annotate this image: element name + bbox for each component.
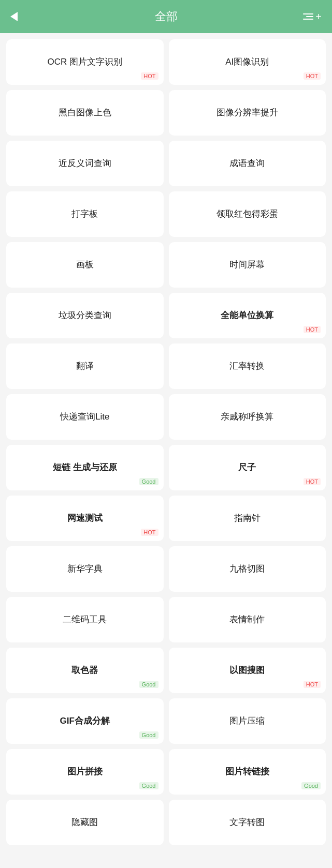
grid-item-label: 指南针	[234, 512, 261, 525]
grid-item-label: 图片转链接	[225, 766, 269, 778]
grid-item[interactable]: 取色器Good	[6, 648, 164, 693]
badge-hot: HOT	[304, 478, 321, 485]
grid-item[interactable]: 翻译	[6, 343, 164, 389]
grid-item-label: 短链 生成与还原	[53, 461, 117, 474]
grid-item-label: 成语查询	[229, 157, 265, 170]
grid-item-label: 亲戚称呼换算	[221, 411, 273, 423]
menu-icon	[303, 13, 313, 20]
badge-good: Good	[139, 478, 158, 485]
grid-item[interactable]: 领取红包得彩蛋	[169, 191, 326, 237]
grid-item-label: 翻译	[76, 360, 94, 372]
grid-item[interactable]: 以图搜图HOT	[169, 648, 326, 693]
grid-item[interactable]: 时间屏幕	[169, 242, 326, 288]
grid-item[interactable]: 亲戚称呼换算	[169, 394, 326, 440]
back-button[interactable]	[10, 12, 18, 21]
grid-item[interactable]: OCR 图片文字识别HOT	[6, 39, 164, 85]
grid-item-label: 取色器	[71, 664, 98, 677]
grid-item[interactable]: 全能单位换算HOT	[169, 293, 326, 338]
grid-item[interactable]: 短链 生成与还原Good	[6, 445, 164, 490]
badge-good: Good	[139, 782, 158, 789]
grid-item-label: 领取红包得彩蛋	[216, 208, 278, 220]
badge-good: Good	[139, 731, 158, 739]
grid-item-label: 图像分辨率提升	[216, 107, 278, 119]
grid-item-label: 九格切图	[229, 563, 265, 575]
menu-button[interactable]: +	[303, 11, 322, 23]
grid-item[interactable]: 图片压缩	[169, 698, 326, 744]
grid-item[interactable]: 垃圾分类查询	[6, 293, 164, 338]
grid-item[interactable]: 文字转图	[169, 800, 326, 845]
grid-item[interactable]: AI图像识别HOT	[169, 39, 326, 85]
grid-item-label: 以图搜图	[229, 664, 265, 677]
badge-hot: HOT	[304, 326, 321, 333]
items-grid: OCR 图片文字识别HOTAI图像识别HOT黑白图像上色图像分辨率提升近反义词查…	[0, 33, 332, 851]
badge-hot: HOT	[304, 681, 321, 688]
badge-hot: HOT	[304, 72, 321, 80]
grid-item-label: 时间屏幕	[229, 259, 265, 271]
grid-item-label: 快递查询Lite	[60, 411, 109, 423]
grid-item-label: 图片压缩	[229, 715, 265, 727]
grid-item-label: GIF合成分解	[60, 715, 110, 727]
grid-item-label: 全能单位换算	[221, 309, 273, 322]
header: 全部 +	[0, 0, 332, 33]
grid-item[interactable]: 黑白图像上色	[6, 90, 164, 136]
grid-item[interactable]: 表情制作	[169, 597, 326, 642]
grid-item[interactable]: GIF合成分解Good	[6, 698, 164, 744]
badge-hot: HOT	[141, 529, 158, 536]
grid-item[interactable]: 近反义词查询	[6, 141, 164, 186]
grid-item[interactable]: 画板	[6, 242, 164, 288]
grid-item-label: 二维码工具	[63, 613, 107, 626]
grid-item[interactable]: 图片转链接Good	[169, 749, 326, 795]
grid-item[interactable]: 九格切图	[169, 546, 326, 592]
grid-item[interactable]: 新华字典	[6, 546, 164, 592]
grid-item[interactable]: 图像分辨率提升	[169, 90, 326, 136]
grid-item-label: 黑白图像上色	[59, 107, 111, 119]
grid-item-label: 网速测试	[67, 512, 103, 525]
grid-item[interactable]: 打字板	[6, 191, 164, 237]
grid-item[interactable]: 尺子HOT	[169, 445, 326, 490]
grid-item-label: 图片拼接	[67, 766, 103, 778]
grid-item[interactable]: 网速测试HOT	[6, 496, 164, 541]
grid-item-label: 尺子	[238, 461, 256, 474]
grid-item[interactable]: 图片拼接Good	[6, 749, 164, 795]
grid-item-label: OCR 图片文字识别	[48, 56, 123, 68]
grid-item-label: 表情制作	[229, 613, 265, 626]
grid-item-label: 汇率转换	[229, 360, 265, 372]
grid-item-label: 画板	[76, 259, 94, 271]
badge-good: Good	[139, 681, 158, 688]
grid-item-label: 打字板	[71, 208, 98, 220]
plus-icon: +	[315, 11, 322, 23]
grid-item[interactable]: 二维码工具	[6, 597, 164, 642]
page-title: 全部	[155, 9, 178, 24]
grid-item-label: 文字转图	[229, 816, 265, 829]
grid-item[interactable]: 汇率转换	[169, 343, 326, 389]
grid-item-label: 新华字典	[67, 563, 103, 575]
grid-item[interactable]: 隐藏图	[6, 800, 164, 845]
badge-good: Good	[301, 782, 321, 789]
grid-item-label: 近反义词查询	[59, 157, 111, 170]
grid-item-label: 隐藏图	[71, 816, 98, 829]
grid-item[interactable]: 成语查询	[169, 141, 326, 186]
grid-item-label: AI图像识别	[225, 56, 269, 68]
badge-hot: HOT	[141, 72, 158, 80]
grid-item[interactable]: 指南针	[169, 496, 326, 541]
grid-item[interactable]: 快递查询Lite	[6, 394, 164, 440]
grid-item-label: 垃圾分类查询	[59, 309, 111, 322]
